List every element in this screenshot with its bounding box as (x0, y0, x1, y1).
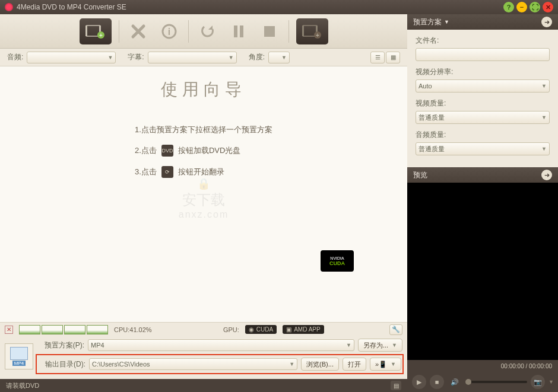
app-logo-icon (5, 3, 13, 11)
svg-text:+: + (99, 32, 103, 39)
settings-button[interactable]: 🔧 (389, 324, 402, 335)
view-grid-button[interactable]: ▦ (386, 52, 400, 63)
workspace: 使用向导 1.点击预置方案下拉框选择一个预置方案 2.点击 DVD 按钮加载DV… (0, 66, 407, 322)
minimize-button[interactable]: − (516, 2, 527, 12)
wizard-step-3: 3.点击 ⟳ 按钮开始翻录 (135, 166, 272, 178)
audio-label: 音频: (7, 52, 23, 62)
resolution-label: 视频分辨率: (416, 67, 550, 77)
footer: 请装载DVD ▤ (0, 379, 407, 392)
save-as-button[interactable]: 另存为...▼ (358, 339, 402, 352)
output-path-combo[interactable]: C:\Users\CS\Videos▼ (89, 358, 297, 370)
load-dvd-button[interactable]: + (80, 18, 112, 44)
snapshot-button[interactable]: 📷 (531, 375, 545, 389)
resolution-combo[interactable]: Auto▼ (416, 79, 550, 93)
stop-button[interactable] (258, 20, 281, 43)
output-row: 输出目录(D): C:\Users\CS\Videos▼ 浏览(B)... 打开… (36, 354, 404, 374)
browse-button[interactable]: 浏览(B)... (301, 358, 339, 371)
preview-go-button[interactable]: ➜ (541, 170, 552, 180)
volume-slider[interactable] (465, 381, 527, 383)
cpu-graph (19, 325, 108, 334)
close-status-button[interactable]: ✕ (5, 326, 13, 334)
wizard-step-2: 2.点击 DVD 按钮加载DVD光盘 (135, 145, 272, 157)
aquality-combo[interactable]: 普通质量▼ (416, 142, 550, 155)
angle-combo[interactable]: ▼ (268, 52, 290, 63)
wizard-step-1: 1.点击预置方案下拉框选择一个预置方案 (135, 125, 272, 135)
subtitle-label: 字幕: (128, 52, 144, 62)
pause-button[interactable] (227, 20, 251, 43)
convert-icon: ⟳ (161, 166, 173, 178)
amd-status-badge: ▣ AMD APP (283, 325, 324, 334)
output-label: 输出目录(D): (38, 359, 85, 369)
preset-go-button[interactable]: ➜ (541, 17, 552, 27)
profile-combo[interactable]: MP4▼ (88, 339, 354, 351)
svg-rect-8 (240, 26, 243, 37)
dvd-icon: DVD (161, 145, 173, 157)
profile-label: 预置方案(P): (37, 340, 84, 350)
app-title: 4Media DVD to MP4 Converter SE (17, 3, 126, 11)
audio-combo[interactable]: ▼ (27, 52, 116, 63)
add-clip-button[interactable]: + (296, 18, 328, 44)
format-thumbnail-icon: MP4 (5, 343, 33, 369)
subtitle-combo[interactable]: ▼ (148, 52, 237, 63)
close-button[interactable]: ✕ (543, 2, 553, 12)
delete-button[interactable] (126, 20, 150, 43)
preview-area (407, 183, 558, 360)
cuda-status-badge: ◉ CUDA (245, 325, 277, 334)
vquality-label: 视频质量: (416, 98, 550, 109)
cuda-badge: NVIDIA CUDA (321, 250, 354, 272)
maximize-button[interactable]: ⛶ (530, 2, 540, 12)
open-button[interactable]: 打开 (343, 358, 366, 371)
footer-status: 请装载DVD (6, 381, 39, 390)
view-list-button[interactable]: ☰ (370, 52, 385, 63)
footer-menu-button[interactable]: ▤ (391, 381, 401, 390)
svg-rect-9 (264, 26, 275, 37)
main-toolbar: + i + (0, 14, 407, 49)
filters-bar: 音频: ▼ 字幕: ▼ 角度: ▼ ☰ ▦ (0, 49, 407, 66)
svg-text:i: i (167, 27, 170, 37)
svg-rect-1 (85, 26, 87, 36)
convert-button[interactable] (196, 20, 220, 43)
filename-label: 文件名: (416, 36, 550, 46)
preset-header: 预置方案▼ ➜ (407, 14, 558, 30)
svg-rect-7 (234, 26, 237, 37)
aquality-label: 音频质量: (416, 130, 550, 140)
vquality-combo[interactable]: 普通质量▼ (416, 111, 550, 124)
volume-icon[interactable]: 🔊 (448, 375, 462, 389)
gpu-label: GPU: (223, 326, 239, 333)
cpu-label: CPU:41.02% (114, 326, 152, 333)
svg-rect-11 (302, 26, 304, 36)
play-button[interactable]: ▶ (412, 375, 426, 389)
info-button[interactable]: i (157, 20, 181, 43)
help-button[interactable]: ? (503, 2, 514, 12)
status-bar: ✕ CPU:41.02% GPU: ◉ CUDA ▣ AMD APP 🔧 (0, 322, 407, 336)
snapshot-dropdown[interactable]: ▼ (549, 379, 553, 385)
preview-header: 预览 ➜ (407, 167, 558, 183)
preview-controls: ▶ ■ 🔊 📷 ▼ (407, 372, 558, 392)
wizard-heading: 使用向导 (135, 78, 272, 101)
svg-text:+: + (316, 32, 319, 39)
filename-input[interactable] (416, 48, 550, 61)
titlebar: 4Media DVD to MP4 Converter SE ? − ⛶ ✕ (0, 0, 558, 14)
preview-time: 00:00:00 / 00:00:00 (407, 360, 558, 372)
export-device-button[interactable]: »📱▼ (370, 358, 401, 371)
angle-label: 角度: (249, 52, 265, 62)
stop-preview-button[interactable]: ■ (430, 375, 444, 389)
